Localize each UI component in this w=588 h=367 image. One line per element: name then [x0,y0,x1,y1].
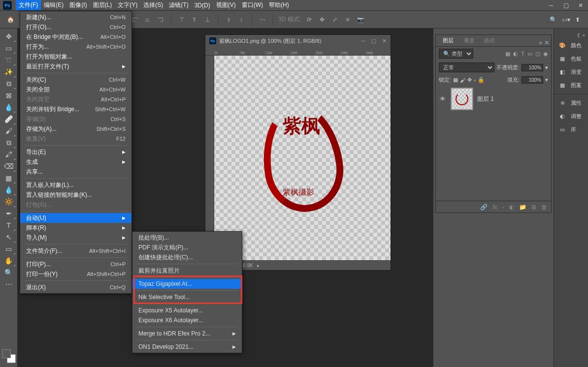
strip-adjustments[interactable]: ◐调整 [554,110,588,123]
file-menu-item[interactable]: 存储为(A)...Shift+Ctrl+S [20,124,131,134]
3d-scale-icon[interactable]: ⤧ [342,14,353,25]
lasso-tool[interactable]: ➰ [2,54,16,66]
file-menu-item[interactable]: 最近打开文件(T)▶ [20,61,131,71]
layer-name[interactable]: 图层 1 [477,95,494,103]
file-menu-item[interactable]: 新建(N)...Ctrl+N [20,12,131,22]
doc-maximize[interactable]: ▢ [371,38,376,44]
tab-layers[interactable]: 图层 [438,34,458,46]
file-menu-item[interactable]: 打开(O)...Ctrl+O [20,22,131,32]
lock-position-icon[interactable]: ✥ [467,77,472,83]
filter-type-select[interactable]: 🔍 类型 [439,49,473,59]
hand-tool[interactable]: ✋ [2,255,16,267]
edit-toolbar[interactable]: ⋯ [2,278,16,290]
3d-orbit-icon[interactable]: ⟳ [304,14,315,25]
lock-pixels-icon[interactable]: ▦ [453,77,458,83]
home-icon[interactable]: 🏠 [4,13,17,26]
auto-submenu-item[interactable]: 创建快捷批处理(C)... [132,252,242,262]
align-center-h-icon[interactable]: ⫐ [142,14,153,25]
auto-submenu-item[interactable]: Topaz Gigapixel AI... [132,279,242,289]
search-icon[interactable]: 🔍 [550,16,557,23]
eraser-tool[interactable]: ⌫ [2,160,16,172]
fill-input[interactable] [522,76,543,84]
3d-slide-icon[interactable]: ⤢ [329,14,340,25]
fill-dropdown-icon[interactable]: ▾ [545,77,548,83]
auto-submenu-item[interactable]: PDF 演示文稿(P)... [132,243,242,252]
stamp-tool[interactable]: ⧉ [2,137,16,149]
fg-color-swatch[interactable] [2,349,11,358]
auto-submenu-item[interactable]: ON1 Develop 2021...▶ [132,342,242,352]
filter-adjustment-icon[interactable]: ◐ [513,51,518,57]
strip-libraries[interactable]: ▭库 [554,123,588,136]
color-swatches[interactable] [2,349,16,363]
auto-submenu-item[interactable]: Exposure X5 Autolayer... [132,306,242,315]
adjustment-layer-icon[interactable]: ◐ [509,204,514,211]
menu-file[interactable]: 文件(F) [16,0,41,10]
layer-mask-icon[interactable]: ▫ [502,204,504,211]
strip-swatches[interactable]: ▦色板 [554,52,588,65]
workspace-icon[interactable]: ▭▾ [562,16,570,23]
link-layers-icon[interactable]: 🔗 [480,204,488,211]
doc-minimize[interactable]: ─ [361,38,365,44]
file-menu-item[interactable]: 置入链接的智能对象(K)... [20,190,131,200]
strip-properties[interactable]: ≋属性 [554,96,588,110]
blur-tool[interactable]: 💧 [2,184,16,196]
close-button[interactable]: ✕ [573,0,588,11]
menu-filter[interactable]: 滤镜(T) [166,0,191,10]
menu-image[interactable]: 图像(I) [66,0,90,10]
eyedropper-tool[interactable]: 💧 [2,101,16,113]
opacity-dropdown-icon[interactable]: ▾ [545,64,548,71]
status-arrow-icon[interactable]: ▸ [257,263,260,268]
file-menu-item[interactable]: 关闭并转到 Bridge...Shift+Ctrl+W [20,104,131,114]
menu-3d[interactable]: 3D(D) [192,1,213,10]
layer-fx-icon[interactable]: fx [492,204,497,211]
menu-select[interactable]: 选择(S) [140,0,166,10]
file-menu-item[interactable]: 关闭其它Alt+Ctrl+P [20,94,131,104]
marquee-tool[interactable]: ▭ [2,42,16,54]
file-menu-item[interactable]: 自动(U)▶ [20,213,131,223]
menu-type[interactable]: 文字(Y) [115,0,140,10]
file-menu-item[interactable]: 恢复(V)F12 [20,134,131,144]
filter-shape-icon[interactable]: ▭ [527,51,532,57]
align-bottom-icon[interactable]: ⊥ [202,14,213,25]
lock-brush-icon[interactable]: 🖌 [460,77,465,83]
zoom-tool[interactable]: 🔍 [2,267,16,278]
filter-smart-icon[interactable]: ◫ [535,51,540,57]
align-right-icon[interactable]: ⫎ [155,14,166,25]
menu-view[interactable]: 视图(V) [213,0,239,10]
doc-close[interactable]: ✕ [382,38,387,44]
delete-layer-icon[interactable]: 🗑 [541,204,547,211]
file-menu-item[interactable]: 在 Bridge 中浏览(B)...Alt+Ctrl+O [20,32,131,42]
more-options-icon[interactable]: ⋯ [257,14,268,25]
filter-type-icon[interactable]: T [521,51,524,57]
healing-tool[interactable]: 🩹 [2,113,16,125]
auto-submenu-item[interactable]: Merge to HDR Efex Pro 2...▶ [132,329,242,338]
share-icon[interactable]: ⬆ [575,16,580,23]
file-menu-item[interactable]: 导入(M)▶ [20,233,131,243]
lock-all-icon[interactable]: 🔒 [478,77,485,83]
auto-submenu-item[interactable]: 裁剪并拉直照片 [132,266,242,275]
type-tool[interactable]: T [2,219,16,231]
file-menu-item[interactable]: 置入嵌入对象(L)... [20,180,131,190]
tab-channels[interactable]: 通道 [458,35,479,46]
file-menu-item[interactable]: 打印一份(Y)Alt+Shift+Ctrl+P [20,269,131,279]
menu-window[interactable]: 窗口(W) [239,0,266,10]
file-menu-item[interactable]: 存储(S)Ctrl+S [20,114,131,124]
group-icon[interactable]: 📁 [519,204,526,211]
menu-help[interactable]: 帮助(H) [266,0,292,10]
distribute-v-icon[interactable]: ⫶ [236,14,247,25]
file-menu-item[interactable]: 打包(G)... [20,200,131,210]
crop-tool[interactable]: ⧉ [2,78,16,90]
gradient-tool[interactable]: ▦ [2,172,16,184]
strip-gradient[interactable]: ◧渐变 [554,65,588,79]
opacity-input[interactable] [522,64,543,71]
move-tool[interactable]: ✥ [2,31,16,42]
3d-pan-icon[interactable]: ✥ [317,14,327,25]
file-menu-item[interactable]: 生成▶ [20,157,131,167]
frame-tool[interactable]: ⊠ [2,90,16,101]
filter-pixel-icon[interactable]: ▦ [505,51,510,57]
align-middle-icon[interactable]: ⫪ [189,14,200,25]
file-menu-item[interactable]: 共享... [20,167,131,177]
auto-submenu-item[interactable]: 批处理(B)... [132,233,242,243]
file-menu-item[interactable]: 关闭(C)Ctrl+W [20,75,131,85]
brush-tool[interactable]: 🖌 [2,125,16,137]
